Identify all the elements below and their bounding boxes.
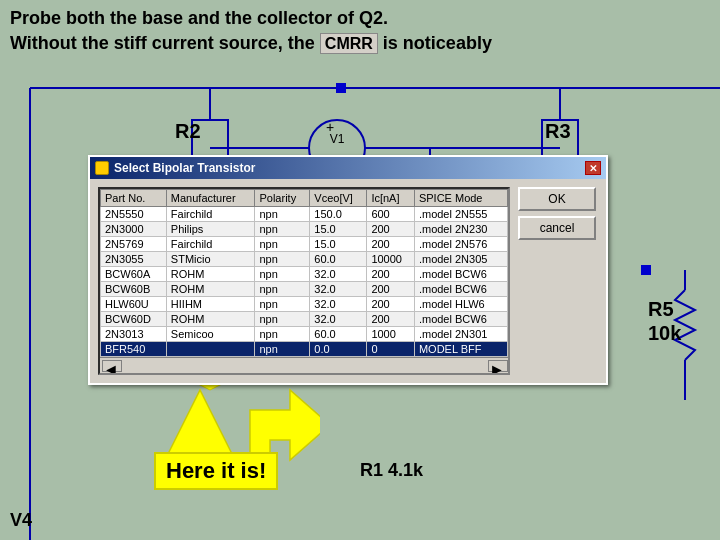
cell-spice: MODEL BFF (414, 342, 507, 357)
r3-label: R3 (545, 120, 571, 143)
cell-vceo: 32.0 (310, 297, 367, 312)
cell-part: BCW60B (101, 282, 167, 297)
cell-ic: 200 (367, 222, 415, 237)
cell-polarity: npn (255, 222, 310, 237)
cell-vceo: 150.0 (310, 207, 367, 222)
cell-spice: .model 2N230 (414, 222, 507, 237)
cell-ic: 200 (367, 312, 415, 327)
cell-spice: .model 2N301 (414, 327, 507, 342)
cell-manufacturer: STMicio (166, 252, 255, 267)
cell-ic: 600 (367, 207, 415, 222)
top-banner: Probe both the base and the collector of… (0, 0, 720, 62)
cell-part: HLW60U (101, 297, 167, 312)
cell-spice: .model 2N305 (414, 252, 507, 267)
scroll-track (124, 362, 486, 370)
cell-ic: 200 (367, 267, 415, 282)
cell-ic: 200 (367, 237, 415, 252)
dialog-buttons: OK cancel (518, 187, 598, 375)
cell-part: BCW60A (101, 267, 167, 282)
cell-part: BFR540 (101, 342, 167, 357)
cell-ic: 200 (367, 282, 415, 297)
cell-manufacturer: ROHM (166, 267, 255, 282)
cell-polarity: npn (255, 297, 310, 312)
dialog-table-area: Part No. Manufacturer Polarity Vceo[V] I… (98, 187, 510, 375)
dialog-titlebar: Select Bipolar Transistor ✕ (90, 157, 606, 179)
cell-ic: 10000 (367, 252, 415, 267)
cell-ic: 200 (367, 297, 415, 312)
cell-vceo: 15.0 (310, 237, 367, 252)
cell-polarity: npn (255, 282, 310, 297)
cell-vceo: 60.0 (310, 252, 367, 267)
cell-part: BCW60D (101, 312, 167, 327)
cell-spice: .model BCW6 (414, 312, 507, 327)
cell-part: 2N5769 (101, 237, 167, 252)
cell-spice: .model HLW6 (414, 297, 507, 312)
banner-line2: Without the stiff current source, the CM… (10, 31, 710, 56)
cell-spice: .model BCW6 (414, 282, 507, 297)
cell-part: 2N3013 (101, 327, 167, 342)
cell-polarity: npn (255, 237, 310, 252)
cell-spice: .model 2N576 (414, 237, 507, 252)
cell-polarity: npn (255, 207, 310, 222)
v4-label: V4 (10, 510, 32, 531)
table-row[interactable]: BFR540npn0.00MODEL BFF (101, 342, 508, 357)
cell-manufacturer: Fairchild (166, 207, 255, 222)
transistor-table-container[interactable]: Part No. Manufacturer Polarity Vceo[V] I… (98, 187, 510, 375)
cell-ic: 0 (367, 342, 415, 357)
cell-polarity: npn (255, 267, 310, 282)
cell-manufacturer: Philips (166, 222, 255, 237)
table-header-row: Part No. Manufacturer Polarity Vceo[V] I… (101, 190, 508, 207)
r5-value: 10k (648, 322, 681, 345)
col-ic: Ic[nA] (367, 190, 415, 207)
transistor-table: Part No. Manufacturer Polarity Vceo[V] I… (100, 189, 508, 357)
dialog-app-icon (95, 161, 109, 175)
cell-polarity: npn (255, 342, 310, 357)
col-part-no: Part No. (101, 190, 167, 207)
cell-vceo: 0.0 (310, 342, 367, 357)
dialog-body: Part No. Manufacturer Polarity Vceo[V] I… (90, 179, 606, 383)
table-row[interactable]: 2N3055STMicionpn60.010000.model 2N305 (101, 252, 508, 267)
table-row[interactable]: BCW60AROHMnpn32.0200.model BCW6 (101, 267, 508, 282)
cell-manufacturer: HIIHM (166, 297, 255, 312)
cell-vceo: 15.0 (310, 222, 367, 237)
cell-polarity: npn (255, 252, 310, 267)
r5-label: R5 (648, 298, 674, 321)
col-polarity: Polarity (255, 190, 310, 207)
here-it-is-label: Here it is! (154, 452, 278, 490)
cell-manufacturer (166, 342, 255, 357)
dialog-close-button[interactable]: ✕ (585, 161, 601, 175)
cell-vceo: 32.0 (310, 267, 367, 282)
cell-vceo: 32.0 (310, 282, 367, 297)
ok-button[interactable]: OK (518, 187, 596, 211)
table-row[interactable]: HLW60UHIIHMnpn32.0200.model HLW6 (101, 297, 508, 312)
cell-manufacturer: Fairchild (166, 237, 255, 252)
r2-label: R2 (175, 120, 201, 143)
scroll-right-btn[interactable]: ► (488, 360, 508, 372)
table-row[interactable]: BCW60DROHMnpn32.0200.model BCW6 (101, 312, 508, 327)
cell-spice: .model BCW6 (414, 267, 507, 282)
cell-ic: 1000 (367, 327, 415, 342)
cell-vceo: 32.0 (310, 312, 367, 327)
dialog-title-text: Select Bipolar Transistor (114, 161, 255, 175)
cell-polarity: npn (255, 312, 310, 327)
table-row[interactable]: 2N3013Semicoonpn60.01000.model 2N301 (101, 327, 508, 342)
cell-spice: .model 2N555 (414, 207, 507, 222)
cell-part: 2N3055 (101, 252, 167, 267)
select-transistor-dialog: Select Bipolar Transistor ✕ Part No. Man… (88, 155, 608, 385)
col-spice: SPICE Mode (414, 190, 507, 207)
col-manufacturer: Manufacturer (166, 190, 255, 207)
cell-manufacturer: Semicoo (166, 327, 255, 342)
col-vceo: Vceo[V] (310, 190, 367, 207)
cell-part: 2N3000 (101, 222, 167, 237)
dialog-title-left: Select Bipolar Transistor (95, 161, 255, 175)
cell-part: 2N5550 (101, 207, 167, 222)
banner-line1: Probe both the base and the collector of… (10, 6, 710, 31)
table-row[interactable]: BCW60BROHMnpn32.0200.model BCW6 (101, 282, 508, 297)
table-row[interactable]: 2N5769Fairchildnpn15.0200.model 2N576 (101, 237, 508, 252)
cell-manufacturer: ROHM (166, 312, 255, 327)
table-row[interactable]: 2N5550Fairchildnpn150.0600.model 2N555 (101, 207, 508, 222)
cell-polarity: npn (255, 327, 310, 342)
cell-manufacturer: ROHM (166, 282, 255, 297)
table-row[interactable]: 2N3000Philipsnpn15.0200.model 2N230 (101, 222, 508, 237)
cancel-button[interactable]: cancel (518, 216, 596, 240)
